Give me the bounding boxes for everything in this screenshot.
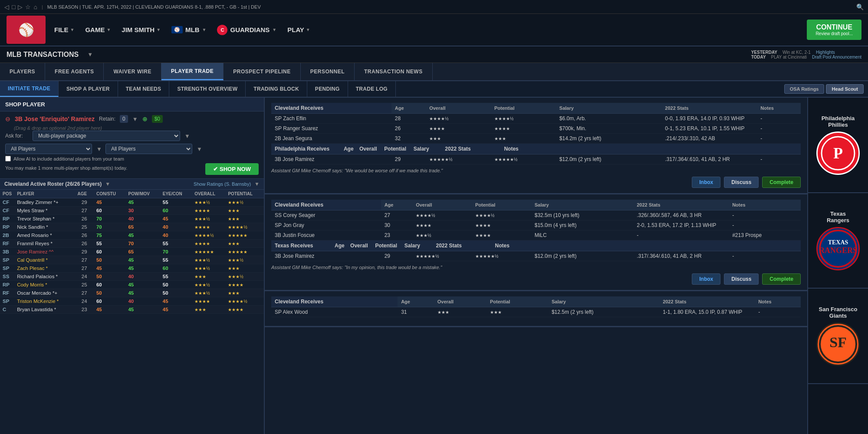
tab-transaction-news[interactable]: TRANSACTION NEWS [355, 63, 433, 80]
phillies-inbox-button[interactable]: Inbox [692, 177, 720, 188]
table-row[interactable]: RP Trevor Stephan * 26 70 40 45 ★★★½ ★★★ [0, 215, 264, 223]
rangers-discuss-button[interactable]: Discuss [724, 273, 759, 285]
stop-icon[interactable]: □ [12, 3, 15, 10]
shop-now-button[interactable]: ✔ SHOP NOW [205, 163, 259, 175]
mlb-menu[interactable]: ⚾ MLB ▼ [171, 26, 206, 33]
table-row[interactable]: 3B Justin Foscue 23 ★★★½ ★★★★ MiLC - #21… [271, 230, 801, 240]
trade-card-giants: Cleveland Receives Age Overall Potential… [265, 291, 807, 327]
tab-trade-log[interactable]: TRADE LOG [348, 81, 396, 97]
forward-icon[interactable]: ▷ [18, 3, 23, 10]
tab-strength-overview[interactable]: STRENGTH OVERVIEW [169, 81, 246, 97]
add-icon[interactable]: ⊕ [142, 115, 148, 122]
phillies-receives-header-row: Philadelphia Receives Age Overall Potent… [271, 144, 801, 155]
col-pot-gi: Potential [487, 296, 548, 307]
tab-pending[interactable]: PENDING [307, 81, 348, 97]
tab-shop-player[interactable]: SHOP A PLAYER [59, 81, 118, 97]
shop-player-section: ⊖ 3B Jose 'Enriquito' Ramirez Retain: 0 … [0, 112, 264, 179]
phillies-complete-button[interactable]: Complete [762, 177, 801, 188]
retain-down-arrow[interactable]: ▼ [132, 116, 138, 122]
home-icon[interactable]: ⌂ [33, 3, 37, 10]
continue-button[interactable]: CONTINUE Review draft pool... [807, 20, 861, 40]
table-row[interactable]: SP Ranger Suarez 26 ★★★★ ★★★★ $700k, Min… [271, 124, 801, 134]
guardians-arrow: ▼ [272, 27, 276, 32]
nav-controls[interactable]: ◁ □ ▷ ☆ ⌂ [4, 3, 37, 10]
table-row[interactable]: RP Cody Morris * 25 60 45 50 ★★★½ ★★★★ [0, 281, 264, 289]
ai-checkbox[interactable] [5, 156, 11, 161]
highlights-link[interactable]: Highlights [816, 50, 835, 55]
con-cell: 45 [94, 306, 126, 314]
svg-text:TEXAS: TEXAS [828, 239, 848, 246]
age-cell: 27 [75, 256, 94, 264]
search-icon[interactable]: 🔍 [856, 3, 864, 10]
table-row[interactable]: 3B Jose Ramirez ^^ 29 60 65 70 ★★★★★ ★★★… [0, 248, 264, 256]
tab-team-needs[interactable]: TEAM NEEDS [118, 81, 170, 97]
pow-cell: 70 [125, 240, 160, 248]
col-ovr-ph: Overall [426, 103, 491, 114]
tab-waiver-wire[interactable]: WAIVER WIRE [104, 63, 161, 80]
show-ratings-btn[interactable]: Show Ratings (S. Barnsby) [194, 181, 251, 187]
table-row[interactable]: C Bryan Lavastida * 23 45 45 45 ★★★ ★★★★ [0, 306, 264, 314]
pow-cell: 40 [125, 273, 160, 281]
pos-cell: SP [0, 297, 14, 306]
jimsmith-label: JIM SMITH [122, 26, 155, 33]
tab-initiate-trade[interactable]: INITIATE TRADE [0, 81, 59, 97]
filter2-arrow[interactable]: ▼ [197, 146, 202, 152]
table-row[interactable]: RF Oscar Mercado *+ 27 50 45 50 ★★★½ ★★★ [0, 289, 264, 297]
headscout-button[interactable]: Head Scout [826, 84, 864, 94]
tab-players[interactable]: PLAYERS [0, 63, 45, 80]
table-row[interactable]: 3B Jose Ramirez 29 ★★★★★½ ★★★★★½ $12.0m … [271, 251, 801, 261]
tab-trading-block[interactable]: TRADING BLOCK [246, 81, 307, 97]
tab-personnel[interactable]: PERSONNEL [301, 63, 355, 80]
table-row[interactable]: SP Jon Gray 30 ★★★★ ★★★★ $15.0m (4 yrs l… [271, 220, 801, 230]
rangers-complete-button[interactable]: Complete [762, 273, 801, 285]
table-row[interactable]: CF Bradley Zimmer *+ 29 45 45 55 ★★★½ ★★… [0, 198, 264, 207]
phillies-discuss-button[interactable]: Discuss [724, 177, 759, 188]
filter2-select[interactable]: All Players Top 100 Prospects Only [105, 144, 192, 154]
table-row[interactable]: 2B Amed Rosario * 26 75 45 40 ★★★★½ ★★★★… [0, 231, 264, 240]
header-menus: FILE ▼ GAME ▼ JIM SMITH ▼ ⚾ MLB ▼ C GUAR… [54, 20, 861, 40]
remove-player-icon[interactable]: ⊖ [5, 115, 10, 122]
overall-cell: ★★★★½ [192, 231, 225, 240]
rangers-inbox-button[interactable]: Inbox [692, 273, 720, 285]
guardians-menu[interactable]: C GUARDIANS ▼ [217, 25, 276, 35]
table-row[interactable]: 3B Jose Ramirez 29 ★★★★★½ ★★★★★½ $12.0m … [271, 155, 801, 164]
tab-player-trade[interactable]: PLAYER TRADE [161, 63, 224, 80]
filter1-arrow[interactable]: ▼ [96, 146, 102, 152]
play-menu[interactable]: PLAY ▼ [287, 26, 310, 33]
table-row[interactable]: 2B Jean Segura 32 ★★★ ★★★ $14.2m (2 yrs … [271, 134, 801, 144]
roster-dropdown-arrow[interactable]: ▼ [105, 181, 110, 187]
file-menu[interactable]: FILE ▼ [54, 26, 74, 33]
table-row[interactable]: SS Richard Palacios * 24 50 40 55 ★★★ ★★… [0, 273, 264, 281]
potential-cell: ★★★ [225, 207, 264, 215]
jimsmith-menu[interactable]: JIM SMITH ▼ [122, 26, 161, 33]
table-row[interactable]: RP Nick Sandlin * 25 70 65 40 ★★★★ ★★★★½ [0, 223, 264, 231]
table-row[interactable]: CF Myles Straw * 27 60 30 60 ★★★★ ★★★ [0, 207, 264, 215]
filter1-select[interactable]: All Players Pitchers Position Players [5, 144, 92, 154]
shop-player-name[interactable]: 3B Jose 'Enriquito' Ramirez [15, 115, 95, 122]
tab-prospect-pipeline[interactable]: PROSPECT PIPELINE [224, 63, 301, 80]
col-stats-gi: 2022 Stats [659, 296, 755, 307]
game-menu[interactable]: GAME ▼ [85, 26, 111, 33]
col-eye: EYE/CON [160, 190, 192, 198]
eye-cell: 60 [160, 264, 192, 273]
table-row[interactable]: SP Zach Plesac * 27 45 45 60 ★★★½ ★★★ [0, 264, 264, 273]
section-arrow[interactable]: ▼ [87, 51, 93, 58]
table-row[interactable]: SP Alex Wood 31 ★★★ ★★★ $12.5m (2 yrs le… [271, 307, 801, 317]
shop-title: SHOP PLAYER [5, 101, 45, 108]
back-icon[interactable]: ◁ [4, 3, 9, 10]
player-name-cell: Richard Palacios * [14, 273, 75, 281]
table-row[interactable]: SP Triston McKenzie * 24 60 40 45 ★★★★ ★… [0, 297, 264, 306]
overall-cell: ★★★½ [192, 256, 225, 264]
table-row[interactable]: SP Zach Eflin 28 ★★★★½ ★★★★½ $6.0m, Arb.… [271, 114, 801, 124]
table-row[interactable]: SP Cal Quantrill * 27 50 45 55 ★★★½ ★★★½ [0, 256, 264, 264]
tab-free-agents[interactable]: FREE AGENTS [45, 63, 104, 80]
table-row[interactable]: SS Corey Seager 27 ★★★★½ ★★★★½ $32.5m (1… [271, 210, 801, 220]
star-icon[interactable]: ☆ [25, 3, 31, 10]
osa-ratings-button[interactable]: OSA Ratings [784, 84, 825, 94]
table-row[interactable]: RF Franmil Reyes * 26 55 70 55 ★★★★ ★★★ [0, 240, 264, 248]
package-select[interactable]: Multi-player package Single player Packa… [33, 131, 180, 141]
ratings-arrow[interactable]: ▼ [254, 181, 260, 187]
package-arrow[interactable]: ▼ [184, 133, 190, 139]
today-text: PLAY at Cincinnati [771, 55, 807, 59]
today-extra[interactable]: Draft Pool Announcement [812, 55, 861, 59]
